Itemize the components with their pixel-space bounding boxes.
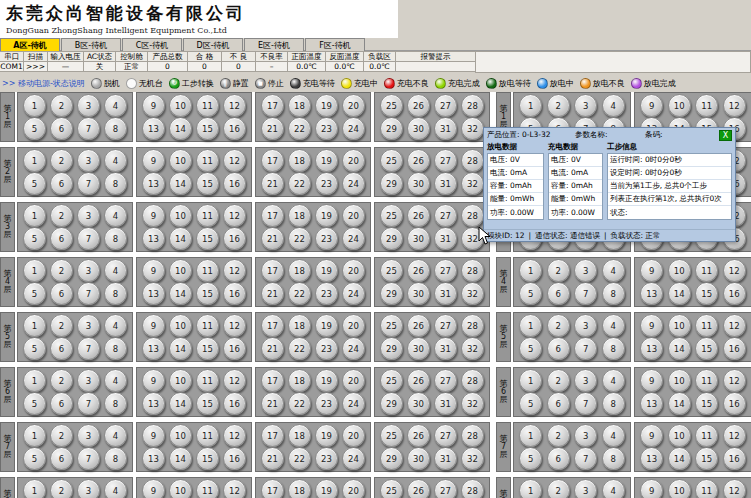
cell-button[interactable]: 8 bbox=[602, 337, 625, 360]
cell-button[interactable]: 23 bbox=[315, 447, 338, 470]
cell-button[interactable]: 12 bbox=[223, 369, 246, 392]
cell-button[interactable]: 9 bbox=[640, 94, 663, 117]
cell-button[interactable]: 28 bbox=[461, 314, 484, 337]
cell-button[interactable]: 22 bbox=[288, 117, 311, 140]
cell-button[interactable]: 24 bbox=[342, 227, 365, 250]
cell-button[interactable]: 3 bbox=[574, 479, 597, 498]
cell-button[interactable]: 1 bbox=[23, 94, 46, 117]
cell-button[interactable]: 7 bbox=[574, 392, 597, 415]
cell-button[interactable]: 13 bbox=[640, 337, 663, 360]
cell-button[interactable]: 16 bbox=[223, 172, 246, 195]
cell-button[interactable]: 18 bbox=[288, 259, 311, 282]
cell-button[interactable]: 14 bbox=[169, 227, 192, 250]
cell-button[interactable]: 14 bbox=[169, 392, 192, 415]
cell-button[interactable]: 5 bbox=[23, 172, 46, 195]
cell-button[interactable]: 1 bbox=[519, 479, 542, 498]
cell-button[interactable]: 15 bbox=[196, 282, 219, 305]
cell-button[interactable]: 7 bbox=[77, 227, 100, 250]
cell-button[interactable]: 25 bbox=[380, 204, 403, 227]
cell-button[interactable]: 3 bbox=[77, 259, 100, 282]
cell-button[interactable]: 2 bbox=[50, 149, 73, 172]
cell-button[interactable]: 7 bbox=[574, 282, 597, 305]
cell-button[interactable]: 15 bbox=[196, 447, 219, 470]
cell-button[interactable]: 12 bbox=[223, 149, 246, 172]
cell-button[interactable]: 27 bbox=[434, 149, 457, 172]
cell-button[interactable]: 30 bbox=[407, 227, 430, 250]
cell-button[interactable]: 11 bbox=[196, 149, 219, 172]
cell-button[interactable]: 19 bbox=[315, 314, 338, 337]
cell-button[interactable]: 18 bbox=[288, 204, 311, 227]
cell-button[interactable]: 4 bbox=[104, 369, 127, 392]
tab-zone-c[interactable]: C区-待机 bbox=[122, 38, 182, 51]
cell-button[interactable]: 6 bbox=[547, 447, 570, 470]
cell-button[interactable]: 8 bbox=[602, 282, 625, 305]
cell-button[interactable]: 3 bbox=[574, 424, 597, 447]
cell-button[interactable]: 18 bbox=[288, 94, 311, 117]
cell-button[interactable]: 14 bbox=[169, 337, 192, 360]
cell-button[interactable]: 6 bbox=[547, 337, 570, 360]
cell-button[interactable]: 1 bbox=[519, 314, 542, 337]
cell-button[interactable]: 2 bbox=[50, 369, 73, 392]
cell-button[interactable]: 27 bbox=[434, 424, 457, 447]
cell-button[interactable]: 16 bbox=[723, 282, 746, 305]
cell-button[interactable]: 24 bbox=[342, 447, 365, 470]
cell-button[interactable]: 2 bbox=[547, 369, 570, 392]
cell-button[interactable]: 30 bbox=[407, 392, 430, 415]
cell-button[interactable]: 10 bbox=[169, 424, 192, 447]
cell-button[interactable]: 10 bbox=[668, 424, 691, 447]
cell-button[interactable]: 28 bbox=[461, 149, 484, 172]
cell-button[interactable]: 13 bbox=[142, 172, 165, 195]
cell-button[interactable]: 27 bbox=[434, 479, 457, 498]
cell-button[interactable]: 8 bbox=[602, 447, 625, 470]
cell-button[interactable]: 11 bbox=[196, 259, 219, 282]
cell-button[interactable]: 9 bbox=[640, 259, 663, 282]
cell-button[interactable]: 31 bbox=[434, 392, 457, 415]
cell-button[interactable]: 3 bbox=[77, 94, 100, 117]
cell-button[interactable]: 10 bbox=[668, 479, 691, 498]
cell-button[interactable]: 29 bbox=[380, 447, 403, 470]
cell-button[interactable]: 12 bbox=[223, 424, 246, 447]
cell-button[interactable]: 23 bbox=[315, 117, 338, 140]
tab-zone-e[interactable]: E区-待机 bbox=[244, 38, 304, 51]
cell-button[interactable]: 20 bbox=[342, 94, 365, 117]
cell-button[interactable]: 14 bbox=[169, 172, 192, 195]
cell-button[interactable]: 28 bbox=[461, 94, 484, 117]
cell-button[interactable]: 9 bbox=[640, 424, 663, 447]
cell-button[interactable]: 29 bbox=[380, 337, 403, 360]
cell-button[interactable]: 26 bbox=[407, 314, 430, 337]
cell-button[interactable]: 19 bbox=[315, 424, 338, 447]
cell-button[interactable]: 14 bbox=[169, 282, 192, 305]
cell-button[interactable]: 22 bbox=[288, 227, 311, 250]
cell-button[interactable]: 6 bbox=[50, 227, 73, 250]
cell-button[interactable]: 2 bbox=[547, 94, 570, 117]
cell-button[interactable]: 12 bbox=[723, 369, 746, 392]
cell-button[interactable]: 20 bbox=[342, 204, 365, 227]
cell-button[interactable]: 10 bbox=[169, 479, 192, 498]
cell-button[interactable]: 12 bbox=[223, 479, 246, 498]
cell-button[interactable]: 6 bbox=[547, 392, 570, 415]
cell-button[interactable]: 31 bbox=[434, 227, 457, 250]
cell-button[interactable]: 18 bbox=[288, 149, 311, 172]
cell-button[interactable]: 4 bbox=[104, 259, 127, 282]
cell-button[interactable]: 5 bbox=[519, 282, 542, 305]
cell-button[interactable]: 31 bbox=[434, 447, 457, 470]
cell-button[interactable]: 32 bbox=[461, 337, 484, 360]
cell-button[interactable]: 12 bbox=[223, 94, 246, 117]
cell-button[interactable]: 15 bbox=[196, 117, 219, 140]
cell-button[interactable]: 27 bbox=[434, 204, 457, 227]
cell-button[interactable]: 6 bbox=[50, 172, 73, 195]
cell-button[interactable]: 6 bbox=[50, 337, 73, 360]
cell-button[interactable]: 14 bbox=[668, 282, 691, 305]
cell-button[interactable]: 22 bbox=[288, 282, 311, 305]
cell-button[interactable]: 22 bbox=[288, 337, 311, 360]
cell-button[interactable]: 19 bbox=[315, 259, 338, 282]
cell-button[interactable]: 8 bbox=[104, 392, 127, 415]
cell-button[interactable]: 26 bbox=[407, 369, 430, 392]
cell-button[interactable]: 23 bbox=[315, 172, 338, 195]
cell-button[interactable]: 24 bbox=[342, 172, 365, 195]
cell-button[interactable]: 17 bbox=[261, 259, 284, 282]
cell-button[interactable]: 5 bbox=[519, 447, 542, 470]
cell-button[interactable]: 7 bbox=[77, 447, 100, 470]
cell-button[interactable]: 23 bbox=[315, 337, 338, 360]
cell-button[interactable]: 27 bbox=[434, 314, 457, 337]
